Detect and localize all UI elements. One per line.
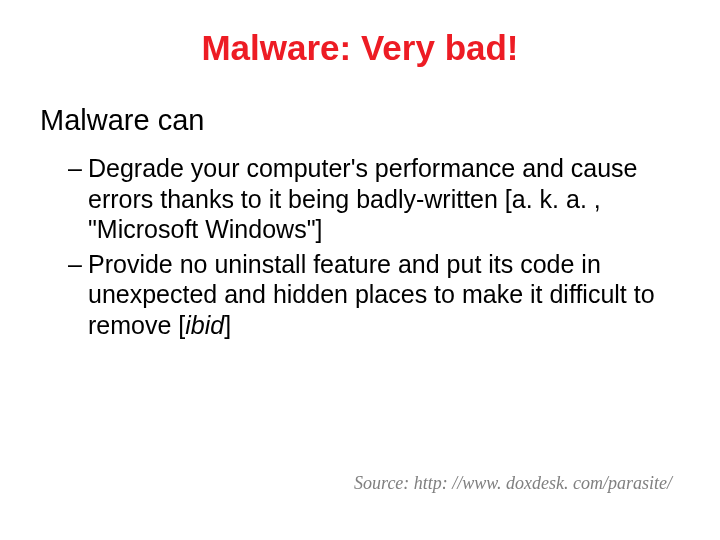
- bullet-list: Degrade your computer's performance and …: [48, 153, 672, 340]
- bullet-text: Provide no uninstall feature and put its…: [88, 250, 655, 339]
- list-item: Degrade your computer's performance and …: [68, 153, 672, 245]
- bullet-text: Degrade your computer's performance and …: [88, 154, 638, 243]
- source-citation: Source: http: //www. doxdesk. com/parasi…: [354, 473, 672, 494]
- slide-subtitle: Malware can: [40, 104, 672, 137]
- bullet-text-after: ]: [224, 311, 231, 339]
- slide: Malware: Very bad! Malware can Degrade y…: [0, 0, 720, 540]
- slide-title: Malware: Very bad!: [48, 28, 672, 68]
- list-item: Provide no uninstall feature and put its…: [68, 249, 672, 341]
- bullet-italic: ibid: [185, 311, 224, 339]
